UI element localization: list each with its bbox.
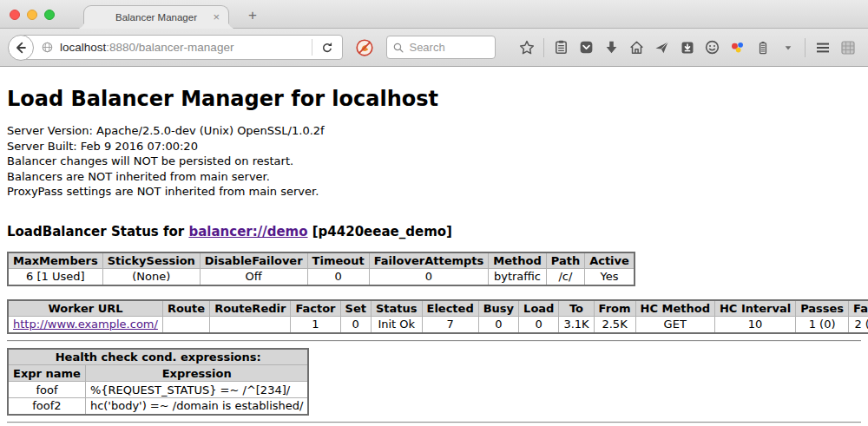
smiley-icon [704, 39, 720, 56]
downloads-button[interactable] [602, 37, 621, 58]
colored-dots-extension-button[interactable] [728, 37, 747, 58]
table-cell: GET [635, 317, 714, 333]
overflow-caret-button[interactable] [779, 37, 798, 58]
tab-balancer-manager[interactable]: Balancer Manager × [83, 5, 229, 29]
bookmark-star-button[interactable] [517, 37, 536, 58]
table-header-cell: Route [162, 300, 209, 317]
browser-window: Balancer Manager × + localhost:8880/bala… [0, 0, 868, 425]
tab-groups-button[interactable] [838, 37, 858, 58]
worker-header-row: Worker URL Route RouteRedir Factor Set S… [8, 300, 868, 317]
toolbar-buttons [514, 37, 860, 58]
save-to-device-button[interactable] [678, 37, 697, 58]
health-header-row: Expr name Expression [8, 365, 308, 382]
star-icon [518, 39, 536, 56]
download-arrow-icon [603, 39, 620, 56]
balancer-demo-link[interactable]: balancer://demo [188, 224, 307, 239]
reload-icon [320, 41, 334, 55]
search-icon [392, 42, 404, 54]
window-controls [10, 10, 55, 20]
toolbar-separator [543, 38, 544, 57]
battery-extension-button[interactable] [753, 37, 773, 58]
back-arrow-icon [13, 40, 29, 56]
table-header-cell: To [559, 300, 594, 317]
table-cell: 1 (0) [796, 317, 849, 333]
table-header-cell: Expr name [8, 365, 85, 382]
plugin-blocked-button[interactable] [354, 37, 375, 58]
close-window-button[interactable] [10, 10, 20, 20]
table-header-cell: HC Interval [714, 300, 795, 317]
globe-icon [41, 41, 54, 54]
chevron-down-icon [784, 43, 792, 52]
minimize-window-button[interactable] [27, 10, 37, 20]
table-cell [210, 317, 291, 333]
table-header-cell: StickySession [102, 252, 200, 269]
table-header-cell: Busy [478, 300, 518, 317]
table-cell: 0 [519, 317, 559, 333]
table-cell: /c/ [546, 269, 584, 285]
table-cell: Init Ok [371, 317, 422, 333]
url-text: localhost:8880/balancer-manager [60, 41, 312, 54]
table-cell: bytraffic [489, 269, 546, 285]
table-header-cell: Method [489, 252, 546, 269]
clipboard-icon [553, 39, 569, 56]
menu-button[interactable] [813, 37, 832, 58]
table-cell: foof [8, 382, 85, 398]
health-title-row: Health check cond. expressions: [8, 349, 308, 365]
server-info: Server Version: Apache/2.5.0-dev (Unix) … [7, 123, 861, 200]
table-header-cell: Factor [291, 300, 340, 317]
feedback-button[interactable] [703, 37, 722, 58]
send-page-button[interactable] [653, 37, 672, 58]
table-cell: http://www.example.com/ [8, 317, 162, 333]
reload-button[interactable] [312, 36, 342, 59]
new-tab-button[interactable]: + [242, 5, 263, 26]
table-header-cell: Path [546, 252, 584, 269]
home-button[interactable] [628, 37, 647, 58]
balancer-header-row: MaxMembers StickySession DisableFailover… [8, 252, 635, 269]
health-data-row: foof %{REQUEST_STATUS} =~ /^[234]/ [8, 382, 308, 398]
search-input[interactable] [409, 41, 490, 54]
worker-table: Worker URL Route RouteRedir Factor Set S… [7, 299, 868, 334]
table-cell: 1 [291, 317, 340, 333]
table-cell: 0 [307, 269, 369, 285]
section-divider [7, 340, 861, 342]
table-cell: 2.5K [594, 317, 635, 333]
proxypass-note-line: ProxyPass settings are NOT inherited fro… [7, 184, 861, 200]
table-cell: hc('body') =~ /domain is established/ [85, 398, 308, 415]
table-header-cell: DisableFailover [200, 252, 307, 269]
server-built-line: Server Built: Feb 9 2016 07:00:20 [7, 139, 861, 154]
table-cell: 6 [1 Used] [8, 269, 102, 285]
table-cell: (None) [102, 269, 200, 285]
titlebar: Balancer Manager × + [0, 0, 868, 29]
battery-icon [755, 40, 771, 56]
worker-url-link[interactable]: http://www.example.com/ [13, 318, 158, 331]
colored-dots-icon [729, 39, 746, 56]
pocket-icon [578, 39, 595, 56]
url-host: localhost [60, 41, 106, 54]
balancer-heading: LoadBalancer Status for balancer://demo … [7, 224, 861, 239]
url-bar[interactable]: localhost:8880/balancer-manager [21, 35, 343, 60]
table-header-cell: Set [340, 300, 371, 317]
table-header-cell: Elected [422, 300, 478, 317]
pocket-button[interactable] [577, 37, 596, 58]
table-cell: 10 [714, 317, 795, 333]
back-button[interactable] [8, 35, 34, 61]
hamburger-menu-icon [814, 39, 832, 56]
table-header-cell: MaxMembers [8, 252, 102, 269]
table-header-cell: Expression [85, 365, 308, 382]
balancer-heading-prefix: LoadBalancer Status for [7, 224, 188, 239]
table-cell [162, 317, 209, 333]
table-header-cell: From [594, 300, 635, 317]
health-table-title: Health check cond. expressions: [8, 349, 308, 365]
health-data-row: foof2 hc('body') =~ /domain is establish… [8, 398, 308, 415]
tab-title: Balancer Manager [115, 12, 197, 23]
tab-close-icon[interactable]: × [213, 10, 220, 24]
search-bar[interactable] [386, 36, 496, 59]
zoom-window-button[interactable] [44, 10, 55, 20]
table-cell: foof2 [8, 398, 85, 415]
table-header-cell: Status [371, 300, 422, 317]
page-title: Load Balancer Manager for localhost [7, 87, 861, 111]
reading-list-button[interactable] [552, 37, 571, 58]
table-cell: 7 [422, 317, 478, 333]
server-version-line: Server Version: Apache/2.5.0-dev (Unix) … [7, 123, 861, 139]
navigation-toolbar: localhost:8880/balancer-manager [0, 29, 868, 67]
